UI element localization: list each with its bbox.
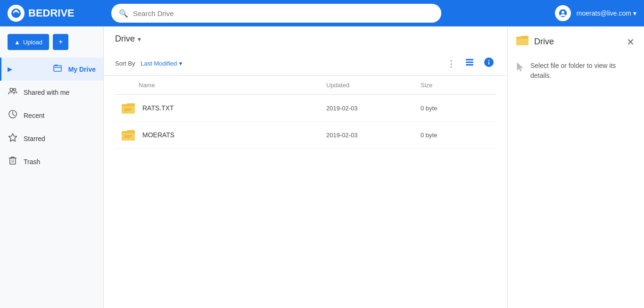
file-name-cell: RATS.TXT	[120, 100, 326, 117]
drive-title-text: Drive	[115, 34, 135, 44]
file-size: 0 byte	[421, 132, 477, 139]
svg-rect-12	[466, 62, 473, 63]
details-close-button[interactable]: ✕	[625, 34, 636, 50]
content-header: Drive ▾ Sort By Last Modified ▾ ⋮	[104, 26, 507, 76]
upload-icon: ▲	[14, 39, 20, 46]
my-drive-icon	[52, 63, 63, 75]
search-input[interactable]	[133, 9, 434, 17]
info-button[interactable]	[482, 55, 496, 72]
content-area: Drive ▾ Sort By Last Modified ▾ ⋮	[104, 26, 507, 308]
logo-text: BEDRIVE	[28, 7, 74, 19]
drive-breadcrumb: Drive ▾	[115, 34, 496, 44]
file-table: Name Updated Size	[104, 76, 507, 308]
file-updated: 2019-02-03	[326, 132, 421, 139]
table-row[interactable]: RATS.TXT 2019-02-03 0 byte	[115, 95, 496, 122]
star-icon	[8, 133, 18, 144]
nav-arrow-icon: ▶	[8, 66, 12, 73]
file-size: 0 byte	[421, 105, 477, 112]
sidebar-item-recent[interactable]: Recent	[0, 104, 103, 127]
svg-rect-11	[466, 59, 473, 60]
toolbar: Sort By Last Modified ▾ ⋮	[115, 51, 496, 75]
search-icon: 🔍	[119, 9, 128, 18]
sidebar-label-recent: Recent	[24, 112, 44, 119]
file-type-icon	[120, 100, 137, 117]
drive-chevron-icon: ▾	[138, 35, 141, 43]
shared-icon	[8, 86, 18, 98]
details-empty-message: Select file or folder to view its detail…	[530, 61, 636, 81]
svg-point-1	[15, 10, 17, 12]
svg-rect-5	[55, 65, 58, 66]
details-folder-icon	[515, 34, 529, 50]
trash-icon	[8, 156, 18, 167]
sort-chevron-icon: ▾	[179, 60, 182, 67]
table-row[interactable]: MOERATS 2019-02-03 0 byte	[115, 122, 496, 149]
table-header: Name Updated Size	[115, 76, 496, 95]
logo-icon	[8, 5, 25, 22]
sidebar-label-shared: Shared with me	[24, 89, 69, 96]
details-header: Drive ✕	[515, 34, 636, 50]
svg-rect-16	[488, 62, 489, 65]
sort-value-text: Last Modified	[140, 60, 177, 67]
col-updated: Updated	[326, 82, 421, 89]
sort-label-text: Sort By	[115, 60, 135, 67]
search-bar[interactable]: 🔍	[111, 4, 441, 23]
sidebar-label-starred: Starred	[24, 135, 45, 142]
recent-icon	[8, 109, 18, 121]
user-avatar-icon	[555, 5, 571, 21]
header-right: moerats@live.com ▾	[555, 5, 636, 21]
file-updated: 2019-02-03	[326, 105, 421, 112]
col-name: Name	[139, 82, 326, 89]
sidebar-label-trash: Trash	[24, 158, 40, 166]
svg-point-7	[14, 89, 16, 91]
header: BEDRIVE 🔍 moerats@live.com ▾	[0, 0, 644, 26]
file-name: RATS.TXT	[142, 104, 174, 112]
logo: BEDRIVE	[8, 5, 111, 22]
svg-rect-13	[466, 64, 473, 66]
sidebar-item-shared-with-me[interactable]: Shared with me	[0, 81, 103, 104]
main-layout: ▲ Upload + ▶ My Drive	[0, 26, 644, 308]
svg-marker-9	[9, 133, 17, 142]
file-name: MOERATS	[142, 131, 174, 139]
sidebar-item-starred[interactable]: Starred	[0, 127, 103, 150]
file-name-cell: MOERATS	[120, 126, 326, 143]
details-panel: Drive ✕ Select file or folder to view it…	[507, 26, 644, 308]
col-size: Size	[421, 82, 477, 89]
folder-type-icon	[120, 126, 137, 143]
toolbar-actions: ⋮	[445, 55, 496, 72]
user-email[interactable]: moerats@live.com ▾	[577, 9, 636, 17]
sidebar: ▲ Upload + ▶ My Drive	[0, 26, 104, 308]
list-view-button[interactable]	[463, 56, 476, 71]
new-button[interactable]: +	[53, 34, 68, 50]
svg-rect-4	[54, 66, 61, 71]
sort-by-control[interactable]: Sort By Last Modified ▾	[115, 60, 182, 67]
more-options-button[interactable]: ⋮	[445, 57, 457, 71]
svg-point-6	[10, 88, 13, 91]
cursor-icon	[515, 62, 525, 76]
action-buttons: ▲ Upload +	[0, 34, 103, 58]
sidebar-item-trash[interactable]: Trash	[0, 150, 103, 173]
details-body: Select file or folder to view its detail…	[515, 61, 636, 81]
upload-button[interactable]: ▲ Upload	[8, 34, 49, 50]
details-title: Drive	[534, 37, 620, 47]
dropdown-arrow-icon: ▾	[633, 9, 636, 17]
sidebar-item-my-drive[interactable]: ▶ My Drive	[0, 58, 103, 81]
svg-point-15	[488, 60, 489, 61]
svg-point-3	[561, 11, 564, 14]
sidebar-label-my-drive: My Drive	[68, 66, 96, 73]
